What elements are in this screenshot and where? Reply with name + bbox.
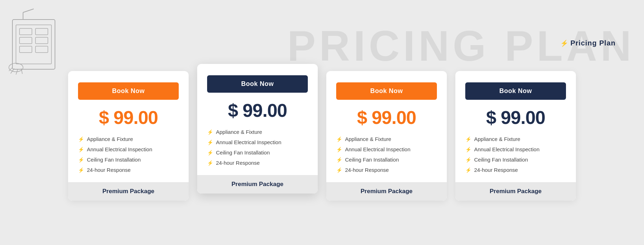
list-item: ⚡Annual Electrical Inspection xyxy=(465,144,566,154)
pricing-card-1: Book Now$ 99.00⚡Appliance & Fixture⚡Annu… xyxy=(68,71,189,201)
feature-text: 24-hour Response xyxy=(345,167,389,173)
features-list-2: ⚡Appliance & Fixture⚡Annual Electrical I… xyxy=(207,127,308,168)
book-now-button-1[interactable]: Book Now xyxy=(78,82,179,100)
feature-text: 24-hour Response xyxy=(87,167,131,173)
features-list-1: ⚡Appliance & Fixture⚡Annual Electrical I… xyxy=(78,134,179,175)
list-item: ⚡Ceiling Fan Installation xyxy=(336,154,437,165)
price-2: $ 99.00 xyxy=(228,100,287,121)
feature-text: Annual Electrical Inspection xyxy=(474,146,539,152)
feature-text: Appliance & Fixture xyxy=(216,129,262,135)
list-item: ⚡Appliance & Fixture xyxy=(465,134,566,144)
book-now-button-3[interactable]: Book Now xyxy=(336,82,437,100)
list-item: ⚡Appliance & Fixture xyxy=(207,127,308,137)
list-item: ⚡Appliance & Fixture xyxy=(78,134,179,144)
list-item: ⚡24-hour Response xyxy=(207,158,308,168)
book-now-button-2[interactable]: Book Now xyxy=(207,75,308,93)
list-item: ⚡Ceiling Fan Installation xyxy=(78,154,179,165)
bolt-icon: ⚡ xyxy=(207,150,213,156)
pricing-cards-container: Book Now$ 99.00⚡Appliance & Fixture⚡Annu… xyxy=(0,0,644,222)
list-item: ⚡Ceiling Fan Installation xyxy=(465,154,566,165)
pricing-card-2: Book Now$ 99.00⚡Appliance & Fixture⚡Annu… xyxy=(197,64,318,194)
bolt-icon: ⚡ xyxy=(336,157,342,163)
package-label-3: Premium Package xyxy=(326,182,447,201)
feature-text: 24-hour Response xyxy=(216,160,260,166)
list-item: ⚡24-hour Response xyxy=(78,165,179,175)
feature-text: Ceiling Fan Installation xyxy=(474,157,528,163)
feature-text: Ceiling Fan Installation xyxy=(345,157,399,163)
bolt-icon: ⚡ xyxy=(78,136,84,142)
list-item: ⚡Ceiling Fan Installation xyxy=(207,147,308,158)
bolt-icon: ⚡ xyxy=(465,157,471,163)
page-wrapper: PRICING PLAN ⚡ Pricing Plan Book Now$ 99… xyxy=(0,0,644,245)
bolt-icon: ⚡ xyxy=(336,136,342,142)
feature-text: Ceiling Fan Installation xyxy=(87,157,141,163)
bolt-icon: ⚡ xyxy=(465,136,471,142)
bolt-icon: ⚡ xyxy=(465,167,471,173)
feature-text: Appliance & Fixture xyxy=(87,136,133,142)
bolt-icon: ⚡ xyxy=(78,147,84,152)
bolt-icon: ⚡ xyxy=(207,160,213,166)
features-list-4: ⚡Appliance & Fixture⚡Annual Electrical I… xyxy=(465,134,566,175)
price-3: $ 99.00 xyxy=(357,107,416,128)
pricing-card-3: Book Now$ 99.00⚡Appliance & Fixture⚡Annu… xyxy=(326,71,447,201)
price-1: $ 99.00 xyxy=(99,107,158,128)
feature-text: 24-hour Response xyxy=(474,167,518,173)
list-item: ⚡24-hour Response xyxy=(336,165,437,175)
bolt-icon: ⚡ xyxy=(78,157,84,163)
package-label-4: Premium Package xyxy=(455,182,576,201)
book-now-button-4[interactable]: Book Now xyxy=(465,82,566,100)
feature-text: Annual Electrical Inspection xyxy=(216,139,281,145)
list-item: ⚡24-hour Response xyxy=(465,165,566,175)
bolt-icon: ⚡ xyxy=(465,147,471,152)
list-item: ⚡Appliance & Fixture xyxy=(336,134,437,144)
feature-text: Annual Electrical Inspection xyxy=(345,146,410,152)
list-item: ⚡Annual Electrical Inspection xyxy=(336,144,437,154)
bolt-icon: ⚡ xyxy=(336,147,342,152)
package-label-2: Premium Package xyxy=(197,175,318,194)
pricing-card-4: Book Now$ 99.00⚡Appliance & Fixture⚡Annu… xyxy=(455,71,576,201)
price-4: $ 99.00 xyxy=(486,107,545,128)
list-item: ⚡Annual Electrical Inspection xyxy=(78,144,179,154)
feature-text: Appliance & Fixture xyxy=(345,136,391,142)
list-item: ⚡Annual Electrical Inspection xyxy=(207,137,308,147)
feature-text: Appliance & Fixture xyxy=(474,136,520,142)
bolt-icon: ⚡ xyxy=(207,140,213,145)
feature-text: Annual Electrical Inspection xyxy=(87,146,152,152)
bolt-icon: ⚡ xyxy=(78,167,84,173)
features-list-3: ⚡Appliance & Fixture⚡Annual Electrical I… xyxy=(336,134,437,175)
feature-text: Ceiling Fan Installation xyxy=(216,149,270,156)
package-label-1: Premium Package xyxy=(68,182,189,201)
bolt-icon: ⚡ xyxy=(207,129,213,135)
bolt-icon: ⚡ xyxy=(336,167,342,173)
